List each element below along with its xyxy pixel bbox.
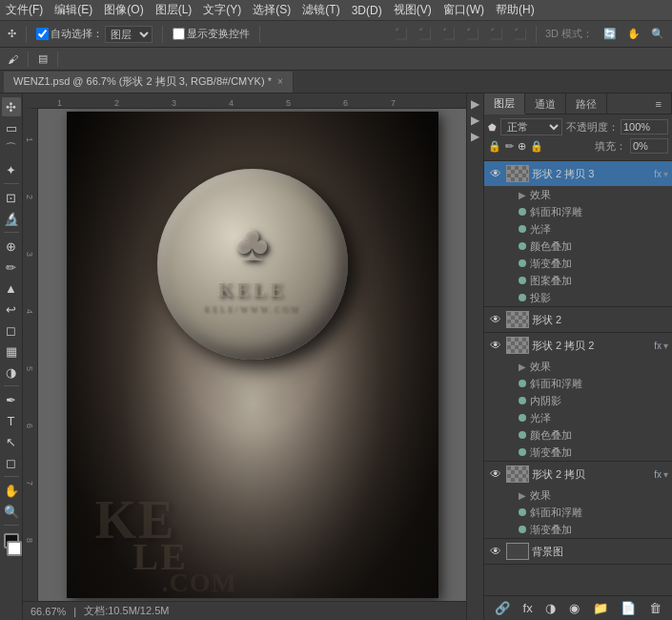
brush-size: 🖌 [4,52,22,66]
menu-filter[interactable]: 滤镜(T) [296,2,345,18]
layer-vis-1[interactable]: 👁 [488,167,503,180]
align-bottom-btn[interactable]: ⬛ [510,26,531,42]
menu-window[interactable]: 窗口(W) [438,2,490,18]
heal-brush-btn[interactable]: ⊕ [2,237,21,256]
fill-input[interactable] [630,138,668,154]
document-tab[interactable]: WENZ1.psd @ 66.7% (形状 2 拷贝 3, RGB/8#/CMY… [4,72,294,93]
layer-item-5[interactable]: 👁 背景图 [484,539,672,564]
move-tool[interactable]: ✣ [4,26,20,42]
brush-tool-btn[interactable]: ✏ [2,258,21,277]
layer-mask-btn[interactable]: ◑ [541,599,560,617]
show-transform-checkbox[interactable]: 显示变换控件 [169,25,254,43]
layer-arrow-4[interactable]: ▾ [663,469,668,480]
layer-arrow-1[interactable]: ▾ [663,169,668,179]
menu-help[interactable]: 帮助(H) [490,2,540,18]
text-tool-btn[interactable]: T [2,411,21,430]
tab-close-btn[interactable]: × [277,76,283,87]
layer-folder-btn[interactable]: 📁 [589,599,612,617]
canvas-area: 1 2 3 4 5 6 7 1 2 3 4 5 6 7 8 [23,93,466,620]
shape-tool-btn[interactable]: ◻ [2,453,21,472]
layer-new-btn[interactable]: 📄 [617,599,640,617]
lock-image-btn[interactable]: ✏ [505,140,514,153]
layer-item-1[interactable]: 👁 形状 2 拷贝 3 fx ▾ [484,161,672,186]
layer-delete-btn[interactable]: 🗑 [645,599,665,617]
layer-item-3[interactable]: 👁 形状 2 拷贝 2 fx ▾ [484,333,672,358]
auto-select-checkbox[interactable]: 自动选择： 图层 [32,24,156,45]
panel-toggle-2[interactable]: ▶ [471,114,479,127]
layer-fx-3: fx [654,341,662,351]
menu-text[interactable]: 文字(Y) [197,2,247,18]
toolbar: ✣ 自动选择： 图层 显示变换控件 ⬛ ⬛ ⬛ ⬛ ⬛ ⬛ 3D 模式： 🔄 ✋… [0,21,672,48]
path-select-btn[interactable]: ↖ [2,432,21,451]
bg-color-btn[interactable] [7,541,22,556]
crop-tool-btn[interactable]: ⊡ [2,188,21,207]
panel-toggle-3[interactable]: ▶ [471,130,479,143]
panel-toggle-1[interactable]: ▶ [471,97,479,111]
magic-wand-btn[interactable]: ✦ [2,160,21,179]
effect-coloroverlay-3: 颜色叠加 [484,426,672,444]
layer-link-btn[interactable]: 🔗 [491,599,514,617]
menu-select[interactable]: 选择(S) [247,2,296,18]
layer-vis-5[interactable]: 👁 [488,545,503,558]
layer-thumb-5 [506,543,529,560]
panel-menu-btn[interactable]: ≡ [646,93,672,114]
effect-gloss-3: 光泽 [484,409,672,426]
marquee-tool-btn[interactable]: ▭ [2,118,21,137]
effect-coloroverlay-1: 颜色叠加 [484,238,672,255]
menu-image[interactable]: 图像(O) [98,2,149,18]
coin-text-kele: KELE [218,279,287,301]
coin-badge: ♣ KELE KELE/WWW.COM [157,169,348,360]
menu-3d[interactable]: 3D(D) [346,4,388,17]
eyedropper-btn[interactable]: 🔬 [2,209,21,228]
layers-list: 👁 形状 2 拷贝 3 fx ▾ ▶ 效果 斜面和浮雕 光泽 [484,161,672,595]
layer-vis-4[interactable]: 👁 [488,467,503,481]
lasso-tool-btn[interactable]: ⌒ [2,139,21,158]
align-middle-btn[interactable]: ⬛ [486,26,507,42]
effect-bevel-3: 斜面和浮雕 [484,375,672,392]
layer-item-4[interactable]: 👁 形状 2 拷贝 fx ▾ [484,462,672,486]
align-right-btn[interactable]: ⬛ [438,26,459,42]
history-brush-btn[interactable]: ↩ [2,300,21,319]
opacity-input[interactable] [621,119,668,134]
tab-layers[interactable]: 图层 [484,93,525,114]
zoom-tool-btn[interactable]: 🔍 [2,502,21,521]
dodge-btn[interactable]: ◑ [2,362,21,382]
clone-stamp-btn[interactable]: ▲ [2,279,21,298]
auto-select-dropdown[interactable]: 图层 [105,26,153,43]
layer-vis-2[interactable]: 👁 [488,313,503,326]
pen-tool-btn[interactable]: ✒ [2,390,21,409]
menu-layer[interactable]: 图层(L) [150,2,198,18]
hand-tool-btn[interactable]: ✋ [2,481,21,500]
menu-view[interactable]: 视图(V) [388,2,438,18]
layer-fx-btn[interactable]: fx [519,599,537,617]
canvas[interactable]: ♣ KELE KELE/WWW.COM KE LE .COM [38,109,466,601]
blend-mode-select[interactable]: 正常 [500,118,562,135]
effect-bevel-4: 斜面和浮雕 [484,504,672,521]
layer-item-2[interactable]: 👁 形状 2 [484,307,672,332]
search-btn[interactable]: 🔍 [647,26,668,42]
layer-arrow-3[interactable]: ▾ [663,341,668,351]
brush-preset[interactable]: ▤ [34,52,51,66]
menu-file[interactable]: 文件(F) [0,2,49,18]
layer-name-4: 形状 2 拷贝 [532,467,652,482]
lock-position-btn[interactable]: ⊕ [518,140,526,153]
effect-header-1: ▶ 效果 [484,186,672,203]
gradient-btn[interactable]: ▦ [2,341,21,361]
effect-header-3: ▶ 效果 [484,358,672,375]
align-center-btn[interactable]: ⬛ [415,26,436,42]
3d-rotate-btn[interactable]: 🔄 [600,26,621,42]
layer-vis-3[interactable]: 👁 [488,339,503,352]
lock-all-btn[interactable]: 🔒 [530,140,543,153]
layer-adjust-btn[interactable]: ◉ [565,599,583,617]
tab-channels[interactable]: 通道 [525,93,566,114]
align-top-btn[interactable]: ⬛ [462,26,483,42]
statusbar: 66.67% | 文档:10.5M/12.5M [23,601,466,620]
align-left-btn[interactable]: ⬛ [391,26,412,42]
menu-edit[interactable]: 编辑(E) [49,2,98,18]
move-tool-btn[interactable]: ✣ [2,97,21,116]
lock-transparent-btn[interactable]: 🔒 [488,140,501,153]
tab-paths[interactable]: 路径 [566,93,607,114]
eraser-btn[interactable]: ◻ [2,320,21,340]
3d-pan-btn[interactable]: ✋ [623,26,644,42]
3d-mode-btn[interactable]: 3D 模式： [541,25,597,43]
